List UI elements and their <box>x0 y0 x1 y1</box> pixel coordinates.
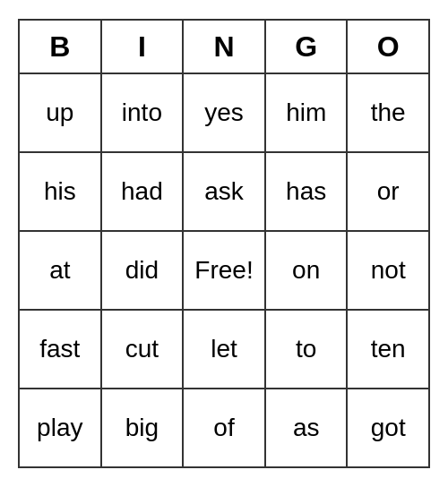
header-cell-b: B <box>19 20 101 73</box>
cell-r3-c2: let <box>183 310 265 389</box>
table-row: upintoyeshimthe <box>19 73 429 152</box>
cell-r3-c0: fast <box>19 310 101 389</box>
table-row: atdidFree!onnot <box>19 231 429 310</box>
header-cell-g: G <box>265 20 348 73</box>
cell-r4-c2: of <box>183 389 265 467</box>
header-cell-i: I <box>101 20 184 73</box>
header-cell-n: N <box>183 20 265 73</box>
cell-r3-c3: to <box>265 310 348 389</box>
cell-r2-c4: not <box>347 231 429 310</box>
cell-r4-c3: as <box>265 389 348 467</box>
cell-r0-c0: up <box>19 73 101 152</box>
cell-r0-c4: the <box>347 73 429 152</box>
cell-r1-c2: ask <box>183 152 265 231</box>
cell-r3-c1: cut <box>101 310 184 389</box>
cell-r2-c3: on <box>265 231 348 310</box>
cell-r2-c0: at <box>19 231 101 310</box>
header-cell-o: O <box>347 20 429 73</box>
cell-r4-c4: got <box>347 389 429 467</box>
cell-r4-c1: big <box>101 389 184 467</box>
cell-r2-c1: did <box>101 231 184 310</box>
cell-r1-c4: or <box>347 152 429 231</box>
header-row: BINGO <box>19 20 429 73</box>
cell-r1-c1: had <box>101 152 184 231</box>
cell-r0-c1: into <box>101 73 184 152</box>
cell-r2-c2: Free! <box>183 231 265 310</box>
cell-r1-c3: has <box>265 152 348 231</box>
cell-r4-c0: play <box>19 389 101 467</box>
table-row: fastcutlettoten <box>19 310 429 389</box>
cell-r1-c0: his <box>19 152 101 231</box>
cell-r0-c2: yes <box>183 73 265 152</box>
table-row: playbigofasgot <box>19 389 429 467</box>
cell-r0-c3: him <box>265 73 348 152</box>
bingo-card: BINGO upintoyeshimthehishadaskhasoratdid… <box>18 19 430 468</box>
table-row: hishadaskhasor <box>19 152 429 231</box>
cell-r3-c4: ten <box>347 310 429 389</box>
